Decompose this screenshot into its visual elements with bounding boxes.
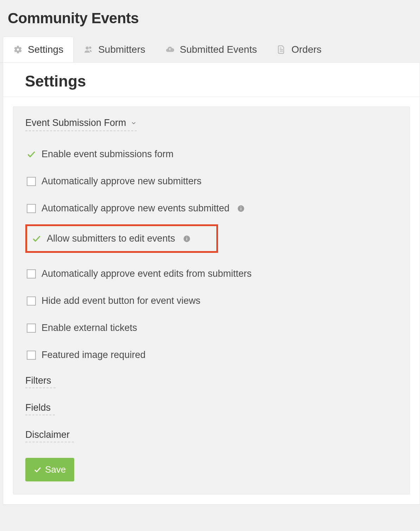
content-panel: Settings Event Submission Form Enable ev… <box>3 63 420 505</box>
option-label: Featured image required <box>42 350 146 360</box>
checkbox-unchecked <box>27 269 36 279</box>
check-icon <box>27 150 36 159</box>
tab-label: Orders <box>291 44 322 55</box>
tab-submitters[interactable]: Submitters <box>74 37 155 62</box>
checkbox-unchecked <box>27 296 36 306</box>
option-enable-event-submissions[interactable]: Enable event submissions form <box>25 148 397 160</box>
option-auto-approve-edits[interactable]: Automatically approve event edits from s… <box>25 268 397 280</box>
option-label: Automatically approve new submitters <box>42 176 202 187</box>
accordion-event-submission-form[interactable]: Event Submission Form <box>25 117 137 131</box>
tab-settings[interactable]: Settings <box>3 37 74 62</box>
accordion-filters[interactable]: Filters <box>25 375 56 388</box>
accordion-label: Filters <box>25 375 51 386</box>
option-label: Enable external tickets <box>42 322 137 333</box>
tab-submitted-events[interactable]: Submitted Events <box>155 37 267 62</box>
settings-form: Event Submission Form Enable event submi… <box>13 107 410 494</box>
option-label: Enable event submissions form <box>42 149 173 160</box>
checkbox-unchecked <box>27 177 36 186</box>
accordion-disclaimer[interactable]: Disclaimer <box>25 429 74 442</box>
check-icon <box>32 234 41 243</box>
option-external-tickets[interactable]: Enable external tickets <box>25 322 397 334</box>
checkbox-unchecked <box>27 204 36 213</box>
gear-icon <box>13 45 23 55</box>
tab-bar: Settings Submitters Submitted Events Ord… <box>0 37 420 63</box>
file-icon <box>276 45 286 55</box>
option-hide-add-button[interactable]: Hide add event button for event views <box>25 295 397 307</box>
tab-orders[interactable]: Orders <box>267 37 331 62</box>
option-featured-image-required[interactable]: Featured image required <box>25 349 397 361</box>
users-icon <box>83 45 93 55</box>
info-icon[interactable] <box>183 235 191 243</box>
save-button[interactable]: Save <box>25 458 74 481</box>
option-allow-edit-events[interactable]: Allow submitters to edit events <box>31 232 213 245</box>
accordion-fields[interactable]: Fields <box>25 402 55 415</box>
option-auto-approve-submitters[interactable]: Automatically approve new submitters <box>25 175 397 187</box>
checkbox-unchecked <box>27 324 36 333</box>
chevron-down-icon <box>131 120 137 126</box>
option-label: Hide add event button for event views <box>42 295 201 306</box>
tab-label: Submitted Events <box>180 44 257 55</box>
save-label: Save <box>45 464 66 475</box>
option-label: Automatically approve new events submitt… <box>42 203 229 214</box>
option-label: Automatically approve event edits from s… <box>42 268 252 279</box>
option-label: Allow submitters to edit events <box>47 233 175 244</box>
accordion-label: Fields <box>25 402 51 413</box>
section-title: Settings <box>3 72 420 97</box>
info-icon[interactable] <box>237 205 245 212</box>
accordion-label: Event Submission Form <box>25 117 126 128</box>
check-icon <box>34 466 42 474</box>
checkbox-unchecked <box>27 351 36 360</box>
option-auto-approve-events[interactable]: Automatically approve new events submitt… <box>25 202 397 215</box>
highlighted-option: Allow submitters to edit events <box>25 224 218 253</box>
page-title: Community Events <box>0 0 420 37</box>
tab-label: Submitters <box>98 44 145 55</box>
cloud-icon <box>165 45 175 55</box>
tab-label: Settings <box>28 44 63 55</box>
accordion-label: Disclaimer <box>25 429 70 440</box>
